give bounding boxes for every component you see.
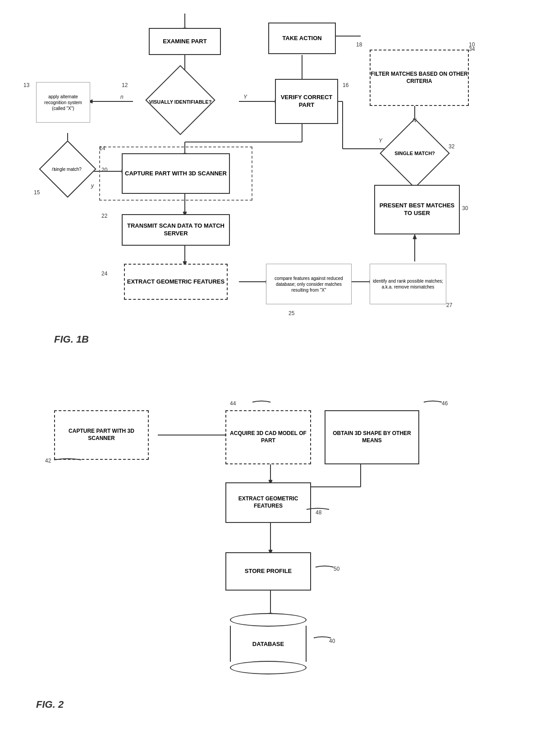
label-32: 32 xyxy=(449,143,454,150)
fig1b-arrows xyxy=(9,9,550,379)
fig2-label-46: 46 xyxy=(442,400,448,407)
label-27: 27 xyxy=(446,302,452,308)
label-18: 18 xyxy=(356,41,362,48)
fig2-extract-geometric-box: EXTRACT GEOMETRIC FEATURES xyxy=(225,482,311,523)
fig2-label-44: 44 xyxy=(230,400,236,407)
extract-geometric-box: EXTRACT GEOMETRIC FEATURES xyxy=(124,264,228,300)
svg-marker-34 xyxy=(413,234,417,239)
acquire-3d-box: ACQUIRE 3D CAD MODEL OF PART xyxy=(225,410,311,464)
fig2-container: CAPTURE PART WITH 3D SCANNER ACQUIRE 3D … xyxy=(9,392,550,756)
transmit-scan-box: TRANSMIT SCAN DATA TO MATCH SERVER xyxy=(122,214,230,246)
label-16: 16 xyxy=(343,82,348,88)
label-13: 13 xyxy=(23,82,29,88)
label-15: 15 xyxy=(34,189,40,196)
label-25: 25 xyxy=(289,310,294,316)
verify-correct-part-box: VERIFY CORRECT PART xyxy=(275,79,338,124)
fig2-label-50: 50 xyxy=(334,566,339,572)
label-n3: N xyxy=(412,117,417,124)
apply-alternate-box: apply alternate recognition system (call… xyxy=(36,82,90,123)
label-y2: y xyxy=(91,183,94,189)
label-22: 22 xyxy=(101,213,107,219)
filter-matches-box: FILTER MATCHES BASED ON OTHER CRITERIA xyxy=(370,50,469,106)
store-profile-box: STORE PROFILE xyxy=(225,552,311,591)
fig2-capture-part-box: CAPTURE PART WITH 3D SCANNER xyxy=(54,410,149,460)
capture-part-box: CAPTURE PART WITH 3D SCANNER xyxy=(122,153,230,194)
visually-identifiable-diamond: VISUALLY IDENTIFIABLE? xyxy=(126,82,234,123)
label-24: 24 xyxy=(101,270,107,277)
label-34: 34 xyxy=(469,46,475,52)
fig2-label-42: 42 xyxy=(45,458,51,464)
identify-rank-box: identify and rank possible matches; a.k.… xyxy=(370,264,446,304)
compare-features-box: compare features against reduced databas… xyxy=(266,264,352,304)
fig2-label: FIG. 2 xyxy=(36,699,64,710)
label-30: 30 xyxy=(462,205,468,211)
single-match-right-diamond: SINGLE MATCH? xyxy=(379,131,451,176)
label-n1: n xyxy=(120,94,124,100)
examine-part-box: EXAMINE PART xyxy=(149,28,221,55)
label-12: 12 xyxy=(122,82,128,88)
label-14: 14 xyxy=(99,145,105,151)
label-20: 20 xyxy=(101,167,107,173)
database-cylinder: DATABASE xyxy=(230,613,307,674)
obtain-3d-box: OBTAIN 3D SHAPE BY OTHER MEANS xyxy=(325,410,419,464)
fig2-label-48: 48 xyxy=(316,509,321,516)
fig1b-label: FIG. 1B xyxy=(54,334,89,345)
present-best-box: PRESENT BEST MATCHES TO USER xyxy=(374,185,460,234)
label-y3: Y xyxy=(379,137,382,144)
fig1b-container: EXAMINE PART TAKE ACTION VISUALLY IDENTI… xyxy=(9,9,550,379)
fig2-label-40: 40 xyxy=(329,638,335,644)
single-match-small-diamond: single match? xyxy=(38,151,97,187)
page: EXAMINE PART TAKE ACTION VISUALLY IDENTI… xyxy=(0,0,559,756)
take-action-box: TAKE ACTION xyxy=(268,23,336,54)
label-y1: Y xyxy=(243,94,247,100)
